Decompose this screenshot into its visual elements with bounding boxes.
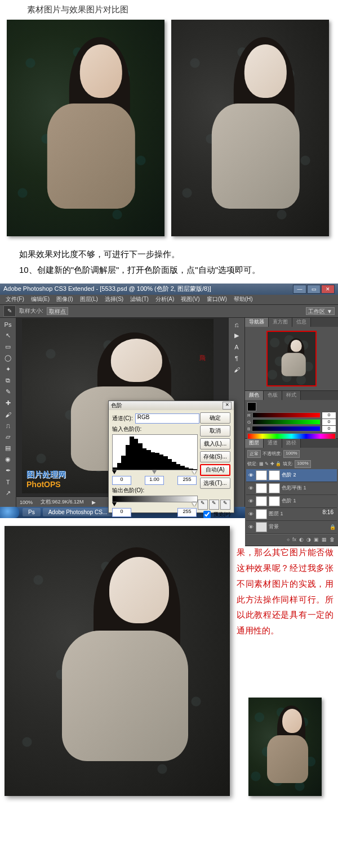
output-sliders[interactable] <box>112 502 197 506</box>
pen-tool-icon[interactable]: ✒ <box>0 465 16 476</box>
workspace-dropdown[interactable]: 工作区 ▼ <box>306 307 335 315</box>
b-slider[interactable] <box>252 426 321 431</box>
tab-color[interactable]: 颜色 <box>245 391 264 400</box>
tab-histogram[interactable]: 直方图 <box>269 318 292 327</box>
black-eyedropper-icon[interactable]: ✎ <box>198 500 208 510</box>
b-value[interactable]: 0 <box>322 426 336 432</box>
menu-edit[interactable]: 编辑(E) <box>28 295 53 304</box>
g-value[interactable]: 0 <box>322 419 336 425</box>
crop-tool-icon[interactable]: ⧉ <box>0 375 16 386</box>
input-gamma[interactable]: 1.00 <box>145 476 164 485</box>
levels-dialog-title: 色阶 <box>111 402 122 410</box>
tab-channels[interactable]: 通道 <box>264 439 282 448</box>
path-tool-icon[interactable]: ↗ <box>0 488 16 499</box>
tab-styles[interactable]: 样式 <box>282 391 301 400</box>
output-gradient[interactable] <box>112 496 198 502</box>
brush-tool-icon[interactable]: 🖌 <box>0 409 16 420</box>
eraser-tool-icon[interactable]: ▱ <box>0 431 16 443</box>
r-value[interactable]: 0 <box>322 412 336 419</box>
dialog-close-icon[interactable]: ✕ <box>223 402 232 410</box>
wand-tool-icon[interactable]: ✦ <box>0 364 16 375</box>
navigator-thumb[interactable] <box>266 331 317 386</box>
menu-analysis[interactable]: 分析(A) <box>152 295 177 304</box>
gray-eyedropper-icon[interactable]: ✎ <box>209 500 219 510</box>
para-palette-icon[interactable]: ¶ <box>229 353 244 364</box>
layer-row-levels2[interactable]: 👁 色阶 2 <box>246 469 337 482</box>
ps-taskbar-item[interactable]: Ps <box>23 508 41 516</box>
menu-select[interactable]: 选择(S) <box>101 295 127 304</box>
eyedropper-options-icon[interactable]: ✎ <box>3 305 16 317</box>
tray-clock[interactable]: 8:16 <box>318 509 338 515</box>
layer-row-colorbalance[interactable]: 👁 色彩平衡 1 <box>246 482 337 495</box>
char-palette-icon[interactable]: A <box>229 341 244 353</box>
tab-navigator[interactable]: 导航器 <box>245 318 269 327</box>
tab-info[interactable]: 信息 <box>292 318 311 327</box>
visibility-icon[interactable]: 👁 <box>247 498 254 504</box>
opacity-value[interactable]: 100% <box>283 450 299 458</box>
g-slider[interactable] <box>252 419 321 425</box>
brushes-palette-icon[interactable]: 🖌 <box>229 364 244 375</box>
ps-logo-icon[interactable]: Ps <box>0 319 16 330</box>
menu-layer[interactable]: 图层(L) <box>77 295 101 304</box>
fill-value[interactable]: 100% <box>295 460 310 468</box>
start-button[interactable] <box>0 507 19 518</box>
heal-tool-icon[interactable]: ✚ <box>0 398 16 409</box>
preview-checkbox[interactable] <box>203 511 211 518</box>
layer-row-levels1[interactable]: 👁 色阶 1 <box>246 495 337 508</box>
visibility-icon[interactable]: 👁 <box>247 473 254 478</box>
history-palette-icon[interactable]: ⎌ <box>229 319 244 330</box>
input-black[interactable]: 0 <box>112 476 131 485</box>
new-layer-icon[interactable]: ▦ <box>322 537 327 542</box>
folder-icon[interactable]: ▣ <box>314 537 319 542</box>
input-white[interactable]: 255 <box>177 476 197 485</box>
menu-view[interactable]: 视图(V) <box>177 295 203 304</box>
trash-icon[interactable]: 🗑 <box>330 537 335 542</box>
fx-icon[interactable]: fx <box>292 537 296 542</box>
channel-dropdown[interactable]: RGB <box>135 413 199 424</box>
load-button[interactable]: 载入(L)... <box>200 438 230 449</box>
type-tool-icon[interactable]: T <box>0 476 16 488</box>
menu-image[interactable]: 图像(I) <box>53 295 76 304</box>
lasso-tool-icon[interactable]: ◯ <box>0 353 16 364</box>
move-tool-icon[interactable]: ↖ <box>0 330 16 341</box>
minimize-button[interactable]: — <box>293 285 306 294</box>
adjustment-icon[interactable]: ◑ <box>306 537 311 542</box>
auto-button[interactable]: 自动(A) <box>200 464 230 476</box>
sample-size-dropdown[interactable]: 取样点 <box>47 307 68 315</box>
menu-help[interactable]: 帮助(H) <box>230 295 256 304</box>
actions-palette-icon[interactable]: ▶ <box>229 330 244 341</box>
save-button[interactable]: 存储(S)... <box>200 451 230 462</box>
layer-row-background[interactable]: 👁 背景 🔒 <box>246 521 337 534</box>
visibility-icon[interactable]: 👁 <box>247 524 254 530</box>
blur-tool-icon[interactable]: ◉ <box>0 454 16 465</box>
gradient-tool-icon[interactable]: ▤ <box>0 443 16 454</box>
stamp-tool-icon[interactable]: ⎍ <box>0 420 16 431</box>
eyedropper-tool-icon[interactable]: ✎ <box>0 386 16 398</box>
blend-mode-dropdown[interactable]: 正常 <box>247 450 261 458</box>
fg-swatch[interactable] <box>247 402 256 411</box>
options-button[interactable]: 选项(T)... <box>200 478 230 489</box>
tab-swatches[interactable]: 色板 <box>264 391 282 400</box>
zoom-level[interactable]: 100% <box>20 500 33 505</box>
marquee-tool-icon[interactable]: ▭ <box>0 341 16 353</box>
input-sliders[interactable] <box>112 470 197 474</box>
visibility-icon[interactable]: 👁 <box>247 511 254 517</box>
menu-window[interactable]: 窗口(W) <box>203 295 230 304</box>
r-slider[interactable] <box>252 412 321 418</box>
output-white[interactable]: 255 <box>177 508 197 517</box>
ok-button[interactable]: 确定 <box>200 412 230 424</box>
menu-file[interactable]: 文件(F) <box>2 295 28 304</box>
maximize-button[interactable]: ▭ <box>307 285 321 294</box>
close-button[interactable]: ✕ <box>321 285 335 294</box>
tab-paths[interactable]: 路径 <box>282 439 301 448</box>
white-eyedropper-icon[interactable]: ✎ <box>220 500 230 510</box>
tab-layers[interactable]: 图层 <box>245 439 264 448</box>
output-black[interactable]: 0 <box>112 508 131 517</box>
link-icon[interactable]: ⟐ <box>287 537 290 542</box>
cancel-button[interactable]: 取消 <box>200 425 230 437</box>
menu-filter[interactable]: 滤镜(T) <box>127 295 152 304</box>
lock-icons[interactable]: ▦ ✎ ✚ 🔒 <box>259 461 281 466</box>
visibility-icon[interactable]: 👁 <box>247 485 254 491</box>
ps-taskbar-label[interactable]: Adobe Photoshop CS... <box>43 508 113 516</box>
mask-icon[interactable]: ◐ <box>299 537 304 542</box>
